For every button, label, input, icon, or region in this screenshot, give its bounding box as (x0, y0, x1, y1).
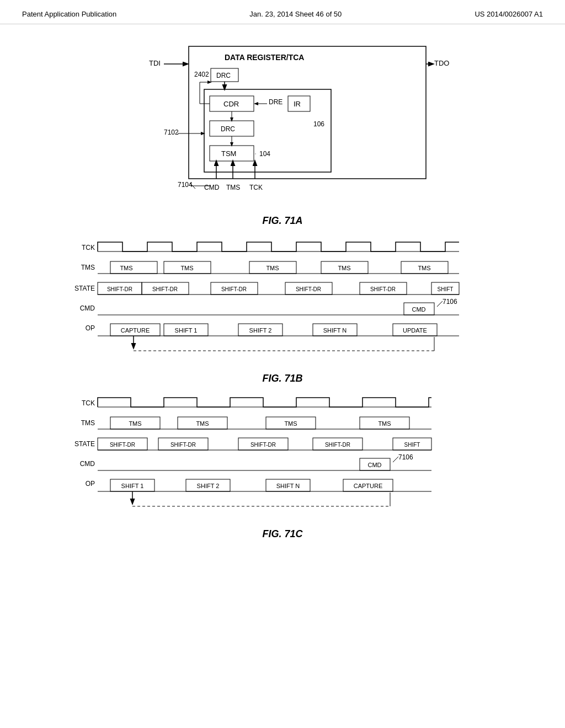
svg-text:TMS: TMS (338, 265, 350, 271)
fig-71a-container: DATA REGISTER/TCA TDI TDO 2402 DRC CDR D… (22, 35, 543, 227)
svg-text:SHIFT 1: SHIFT 1 (121, 483, 144, 489)
svg-text:SHIFT 2: SHIFT 2 (197, 483, 220, 489)
svg-text:CAPTURE: CAPTURE (121, 327, 150, 334)
svg-text:SHIFT-DR: SHIFT-DR (110, 442, 135, 448)
svg-text:SHIFT N: SHIFT N (323, 327, 347, 334)
svg-text:IR: IR (294, 100, 301, 108)
svg-text:TMS: TMS (418, 265, 430, 271)
svg-text:TMS: TMS (81, 264, 95, 271)
svg-text:104: 104 (259, 150, 270, 158)
header-right: US 2014/0026007 A1 (475, 10, 543, 18)
svg-text:SHIFT 2: SHIFT 2 (249, 327, 272, 334)
svg-text:OP: OP (86, 324, 95, 332)
svg-text:TMS: TMS (129, 420, 141, 427)
fig-71a-label: FIG. 71A (22, 215, 543, 227)
svg-text:TMS: TMS (378, 420, 391, 427)
page-header: Patent Application Publication Jan. 23, … (0, 0, 565, 24)
svg-text:2402: 2402 (194, 71, 209, 78)
svg-text:TCK: TCK (82, 399, 95, 407)
svg-text:SHIFT-DR: SHIFT-DR (221, 286, 247, 292)
svg-text:SHIFT-DR: SHIFT-DR (325, 442, 350, 448)
svg-text:7106: 7106 (398, 453, 413, 461)
svg-text:7104: 7104 (178, 181, 193, 189)
svg-text:CAPTURE: CAPTURE (354, 483, 383, 489)
svg-text:TCK: TCK (82, 244, 95, 251)
svg-text:STATE: STATE (74, 440, 95, 448)
svg-text:SHIFT-DR: SHIFT-DR (250, 442, 276, 448)
svg-text:UPDATE: UPDATE (403, 327, 427, 334)
fig-71b-svg: TCK TMS STATE CMD OP TMS TMS TMS TMS (67, 238, 498, 367)
fig-71b-container: TCK TMS STATE CMD OP TMS TMS TMS TMS (22, 238, 543, 384)
fig-71b-label: FIG. 71B (22, 373, 543, 384)
header-left: Patent Application Publication (22, 10, 116, 18)
svg-line-74 (437, 301, 443, 307)
svg-text:SHIFT N: SHIFT N (276, 483, 300, 489)
svg-text:SHIFT-DR: SHIFT-DR (170, 442, 196, 448)
svg-text:TMS: TMS (120, 265, 132, 271)
fig-71a-svg: DATA REGISTER/TCA TDI TDO 2402 DRC CDR D… (67, 35, 498, 212)
svg-text:7102: 7102 (164, 129, 179, 136)
svg-rect-0 (189, 46, 426, 179)
svg-text:CMD: CMD (367, 462, 381, 468)
fig-71c-svg: TCK TMS STATE CMD OP TMS TMS TMS TMS SHI… (67, 393, 498, 523)
svg-text:STATE: STATE (74, 285, 95, 292)
svg-text:DRE: DRE (269, 98, 282, 106)
svg-text:SHIFT: SHIFT (438, 286, 454, 292)
svg-text:SHIFT: SHIFT (404, 442, 420, 448)
svg-text:DATA REGISTER/TCA: DATA REGISTER/TCA (225, 53, 304, 62)
svg-text:TSM: TSM (221, 149, 236, 158)
svg-text:TDI: TDI (149, 59, 161, 67)
svg-text:106: 106 (313, 120, 324, 128)
fig-71c-container: TCK TMS STATE CMD OP TMS TMS TMS TMS SHI… (22, 393, 543, 540)
svg-text:TMS: TMS (180, 265, 193, 271)
svg-text:TCK: TCK (249, 184, 263, 191)
svg-text:DRC: DRC (221, 125, 235, 133)
svg-text:SHIFT 1: SHIFT 1 (175, 327, 198, 334)
svg-text:DRC: DRC (216, 72, 231, 79)
svg-text:TMS: TMS (266, 265, 279, 271)
svg-text:SHIFT-DR: SHIFT-DR (370, 286, 396, 292)
svg-text:SHIFT-DR: SHIFT-DR (296, 286, 321, 292)
svg-text:TMS: TMS (226, 184, 240, 191)
svg-text:CMD: CMD (204, 184, 220, 191)
svg-text:SHIFT-DR: SHIFT-DR (107, 286, 132, 292)
svg-text:CMD: CMD (412, 306, 425, 313)
svg-text:TMS: TMS (196, 420, 209, 427)
svg-text:7106: 7106 (443, 298, 457, 306)
main-content: DATA REGISTER/TCA TDI TDO 2402 DRC CDR D… (0, 24, 565, 560)
svg-text:TMS: TMS (284, 420, 297, 427)
svg-text:CMD: CMD (80, 304, 95, 312)
svg-text:OP: OP (86, 480, 95, 488)
svg-text:CDR: CDR (223, 100, 239, 108)
svg-text:SHIFT-DR: SHIFT-DR (152, 286, 178, 292)
header-center: Jan. 23, 2014 Sheet 46 of 50 (249, 10, 342, 18)
svg-text:TMS: TMS (81, 419, 95, 427)
fig-71c-label: FIG. 71C (22, 528, 543, 540)
svg-rect-47 (110, 261, 157, 274)
svg-line-119 (393, 457, 398, 462)
svg-text:CMD: CMD (80, 460, 95, 468)
svg-text:TDO: TDO (434, 59, 449, 67)
